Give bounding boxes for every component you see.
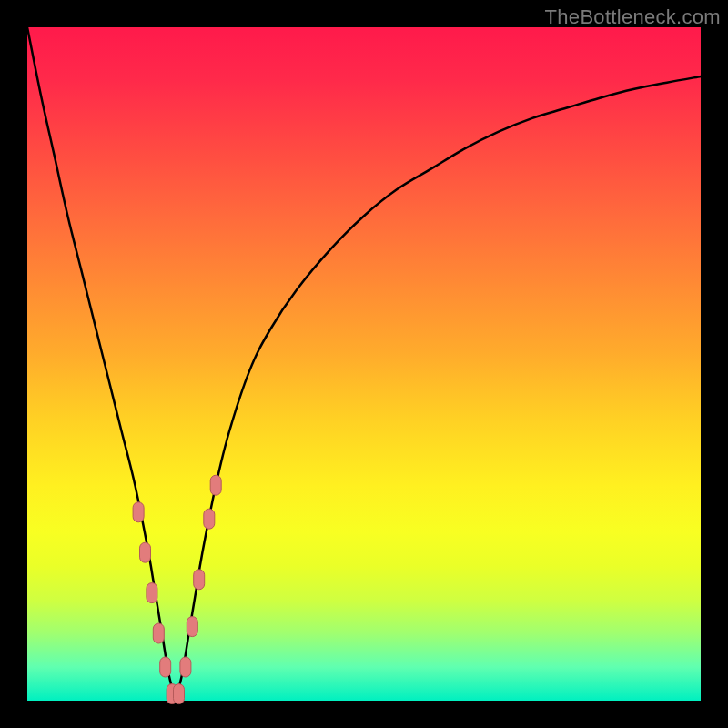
- marker: [140, 542, 151, 562]
- watermark-text: TheBottleneck.com: [545, 5, 721, 29]
- marker: [174, 684, 185, 704]
- curve-layer: [27, 27, 701, 701]
- right-curve: [176, 76, 701, 701]
- marker: [147, 583, 157, 603]
- marker: [194, 570, 205, 590]
- marker: [204, 509, 215, 529]
- marker: [153, 623, 164, 643]
- marker: [133, 502, 144, 522]
- marker: [187, 617, 197, 637]
- markers: [133, 475, 221, 703]
- marker: [180, 657, 191, 677]
- plot-area: [27, 27, 701, 701]
- marker: [210, 475, 221, 495]
- marker: [160, 657, 171, 677]
- chart-container: TheBottleneck.com: [0, 0, 728, 728]
